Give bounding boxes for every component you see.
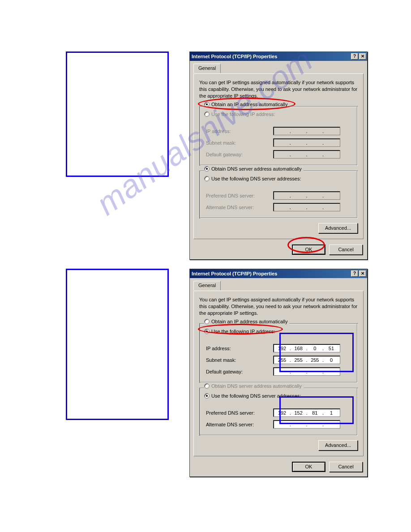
dialog-title: Internet Protocol (TCP/IP) Properties xyxy=(192,54,350,59)
description-text: You can get IP settings assigned automat… xyxy=(199,79,358,99)
help-button[interactable]: ? xyxy=(351,270,358,277)
ok-button[interactable]: OK xyxy=(292,245,325,255)
tab-panel: You can get IP settings assigned automat… xyxy=(193,73,364,239)
radio-use-following-dns[interactable]: Use the following DNS server addresses: xyxy=(204,176,303,181)
close-button[interactable]: ✕ xyxy=(359,270,366,277)
radio-icon xyxy=(204,393,210,399)
input-alternate-dns[interactable]: . . . xyxy=(273,420,340,429)
ip-groupbox: Obtain an IP address automatically Use t… xyxy=(199,323,358,383)
radio-obtain-ip-auto[interactable]: Obtain an IP address automatically xyxy=(204,102,289,107)
tab-general[interactable]: General xyxy=(193,281,221,290)
description-text: You can get IP settings assigned automat… xyxy=(199,296,358,317)
radio-label: Use the following IP address: xyxy=(211,329,275,334)
label-preferred-dns: Preferred DNS server: xyxy=(206,410,273,416)
radio-obtain-ip-auto[interactable]: Obtain an IP address automatically xyxy=(204,319,289,324)
placeholder-box-2 xyxy=(66,269,169,420)
radio-icon xyxy=(204,383,210,389)
label-preferred-dns: Preferred DNS server: xyxy=(206,193,273,198)
label-subnet-mask: Subnet mask: xyxy=(206,140,273,146)
radio-icon xyxy=(204,112,210,117)
label-ip-address: IP address: xyxy=(206,129,273,134)
titlebar: Internet Protocol (TCP/IP) Properties ? … xyxy=(190,52,367,61)
input-subnet-mask[interactable]: . . . xyxy=(273,138,340,147)
input-ip-address[interactable]: . . . xyxy=(273,127,340,135)
radio-label: Obtain DNS server address automatically xyxy=(211,166,302,172)
label-default-gateway: Default gateway: xyxy=(206,369,273,374)
radio-icon xyxy=(204,166,210,172)
radio-label: Use the following IP address: xyxy=(211,112,275,117)
radio-icon xyxy=(204,176,210,181)
radio-icon xyxy=(204,319,210,324)
label-ip-address: IP address: xyxy=(206,346,273,351)
tcpip-dialog-2: Internet Protocol (TCP/IP) Properties ? … xyxy=(189,269,368,477)
label-subnet-mask: Subnet mask: xyxy=(206,357,273,363)
cancel-button[interactable]: Cancel xyxy=(329,462,363,472)
radio-use-following-dns[interactable]: Use the following DNS server addresses: xyxy=(204,393,303,399)
radio-label: Obtain an IP address automatically xyxy=(211,102,287,107)
radio-label: Obtain DNS server address automatically xyxy=(211,383,302,389)
radio-use-following-ip[interactable]: Use the following IP address: xyxy=(204,112,277,117)
help-button[interactable]: ? xyxy=(351,53,358,60)
input-default-gateway[interactable]: . . . xyxy=(273,367,340,376)
input-preferred-dns[interactable]: . . . xyxy=(273,191,340,200)
input-subnet-mask[interactable]: 255. 255. 255. 0 xyxy=(273,356,340,364)
advanced-button[interactable]: Advanced... xyxy=(318,223,358,233)
input-ip-address[interactable]: 192. 168. 0. 51 xyxy=(273,344,340,352)
radio-label: Obtain an IP address automatically xyxy=(211,319,287,324)
dns-groupbox: Obtain DNS server address automatically … xyxy=(199,387,358,436)
radio-obtain-dns-auto[interactable]: Obtain DNS server address automatically xyxy=(204,166,304,172)
label-alternate-dns: Alternate DNS server: xyxy=(206,205,273,210)
ip-groupbox: Obtain an IP address automatically Use t… xyxy=(199,106,358,166)
label-default-gateway: Default gateway: xyxy=(206,152,273,157)
tab-strip: General xyxy=(193,281,364,291)
radio-use-following-ip[interactable]: Use the following IP address: xyxy=(204,329,277,334)
cancel-button[interactable]: Cancel xyxy=(329,245,363,255)
tab-general[interactable]: General xyxy=(193,64,221,73)
advanced-button[interactable]: Advanced... xyxy=(318,440,358,450)
radio-label: Use the following DNS server addresses: xyxy=(211,176,301,181)
radio-label: Use the following DNS server addresses: xyxy=(211,393,301,399)
input-default-gateway[interactable]: . . . xyxy=(273,150,340,159)
tab-strip: General xyxy=(193,64,364,73)
radio-icon xyxy=(204,102,210,107)
input-alternate-dns[interactable]: . . . xyxy=(273,203,340,211)
tcpip-dialog-1: Internet Protocol (TCP/IP) Properties ? … xyxy=(189,51,368,260)
dns-groupbox: Obtain DNS server address automatically … xyxy=(199,170,358,219)
placeholder-box-1 xyxy=(66,51,169,177)
radio-icon xyxy=(204,329,210,334)
titlebar: Internet Protocol (TCP/IP) Properties ? … xyxy=(190,269,367,278)
close-button[interactable]: ✕ xyxy=(359,53,366,60)
dialog-title: Internet Protocol (TCP/IP) Properties xyxy=(192,271,350,276)
input-preferred-dns[interactable]: 192. 152. 81. 1 xyxy=(273,408,340,417)
label-alternate-dns: Alternate DNS server: xyxy=(206,422,273,427)
tab-panel: You can get IP settings assigned automat… xyxy=(193,291,364,456)
radio-obtain-dns-auto[interactable]: Obtain DNS server address automatically xyxy=(204,383,304,389)
ok-button[interactable]: OK xyxy=(292,462,325,472)
